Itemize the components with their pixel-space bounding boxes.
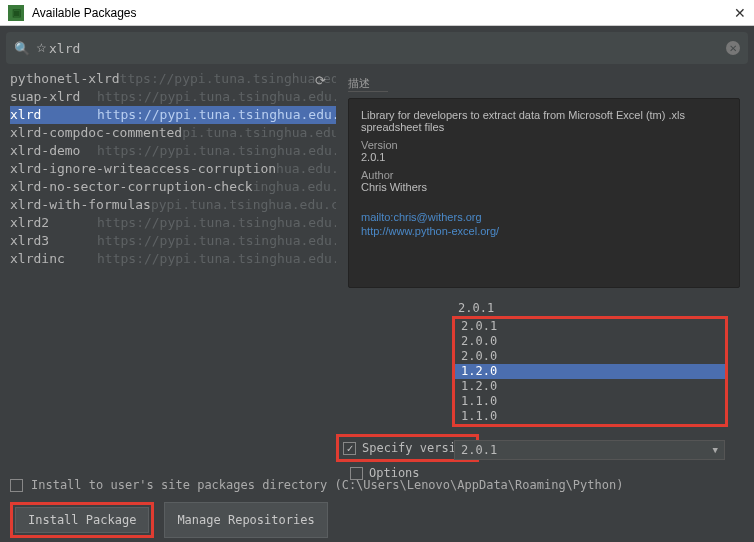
package-name: xlrd3 — [10, 232, 97, 250]
package-url: https://pypi.tuna.tsinghua.edu.cn/simple… — [97, 214, 336, 232]
package-row[interactable]: xlrd-demohttps://pypi.tuna.tsinghua.edu.… — [10, 142, 336, 160]
refresh-icon[interactable]: ⟳ — [310, 70, 330, 90]
package-row[interactable]: pythonetl-xlrdttps://pypi.tuna.tsinghua.… — [10, 70, 336, 88]
package-row[interactable]: xlrd2https://pypi.tuna.tsinghua.edu.cn/s… — [10, 214, 336, 232]
package-link[interactable]: mailto:chris@withers.org — [361, 211, 727, 223]
install-button-highlight: Install Package — [10, 502, 154, 538]
description-box: Library for developers to extract data f… — [348, 98, 740, 288]
package-name: suap-xlrd — [10, 88, 97, 106]
package-row[interactable]: xlrd-ignore-writeaccess-corruptionhua.ed… — [10, 160, 336, 178]
package-row[interactable]: xlrd-compdoc-commentedpi.tuna.tsinghua.e… — [10, 124, 336, 142]
package-name: xlrd2 — [10, 214, 97, 232]
package-name: xlrd-with-formulas — [10, 196, 151, 214]
app-icon: ▣ — [8, 5, 24, 21]
version-option[interactable]: 1.1.0 — [455, 409, 725, 424]
install-package-button[interactable]: Install Package — [15, 507, 149, 533]
version-option[interactable]: 2.0.1 — [452, 301, 728, 316]
package-url: hua.edu.cn/simple/ — [276, 160, 336, 178]
package-name: xlrdinc — [10, 250, 97, 268]
footer: Install to user's site packages director… — [0, 478, 754, 542]
package-url: https://pypi.tuna.tsinghua.edu.cn/simple… — [97, 142, 336, 160]
package-url: https://pypi.tuna.tsinghua.edu.cn/simple… — [97, 232, 336, 250]
install-user-checkbox[interactable] — [10, 479, 23, 492]
package-name: xlrd-compdoc-commented — [10, 124, 182, 142]
package-name: pythonetl-xlrd — [10, 70, 120, 88]
version-label: Version — [361, 139, 727, 151]
install-user-row: Install to user's site packages director… — [10, 478, 744, 492]
version-option[interactable]: 2.0.0 — [455, 349, 725, 364]
version-select[interactable]: 2.0.1 ▼ — [454, 440, 725, 460]
close-icon[interactable]: ✕ — [734, 5, 746, 21]
version-option[interactable]: 1.2.0 — [455, 379, 725, 394]
package-row[interactable]: xlrdhttps://pypi.tuna.tsinghua.edu.cn/si… — [10, 106, 336, 124]
chevron-down-icon: ▼ — [713, 445, 718, 455]
package-url: ttps://pypi.tuna.tsinghua.edu.cn/simple/ — [120, 70, 336, 88]
package-row[interactable]: suap-xlrdhttps://pypi.tuna.tsinghua.edu.… — [10, 88, 336, 106]
version-option[interactable]: 1.1.0 — [455, 394, 725, 409]
package-url: inghua.edu.cn/simple/ — [253, 178, 336, 196]
package-row[interactable]: xlrd-with-formulaspypi.tuna.tsinghua.edu… — [10, 196, 336, 214]
package-summary: Library for developers to extract data f… — [361, 109, 727, 133]
manage-repositories-button[interactable]: Manage Repositories — [164, 502, 327, 538]
author-label: Author — [361, 169, 727, 181]
package-row[interactable]: xlrdinchttps://pypi.tuna.tsinghua.edu.cn… — [10, 250, 336, 268]
titlebar: ▣ Available Packages ✕ — [0, 0, 754, 26]
version-dropdown-list[interactable]: 2.0.12.0.02.0.01.2.01.2.01.1.01.1.0 — [452, 316, 728, 427]
specify-version-checkbox[interactable] — [343, 442, 356, 455]
package-url: pi.tuna.tsinghua.edu.cn/simple/ — [182, 124, 336, 142]
install-user-label: Install to user's site packages director… — [31, 478, 623, 492]
package-author: Chris Withers — [361, 181, 727, 193]
package-version: 2.0.1 — [361, 151, 727, 163]
version-option[interactable]: 2.0.0 — [455, 334, 725, 349]
description-header: 描述 — [348, 76, 388, 92]
version-select-value: 2.0.1 — [461, 443, 497, 457]
clear-search-icon[interactable]: ✕ — [726, 41, 740, 55]
details-pane: 描述 Library for developers to extract dat… — [336, 68, 754, 480]
package-url: https://pypi.tuna.tsinghua.edu.cn/simple… — [97, 250, 336, 268]
search-icon: 🔍 — [14, 41, 30, 56]
package-name: xlrd-demo — [10, 142, 97, 160]
package-name: xlrd — [10, 106, 97, 124]
version-option[interactable]: 1.2.0 — [455, 364, 725, 379]
package-list: ⟳ pythonetl-xlrdttps://pypi.tuna.tsinghu… — [0, 68, 336, 480]
package-name: xlrd-ignore-writeaccess-corruption — [10, 160, 276, 178]
search-row: 🔍 ☆ ✕ — [6, 32, 748, 64]
package-url: https://pypi.tuna.tsinghua.edu.cn/simple… — [97, 88, 336, 106]
search-prefix: ☆ — [36, 41, 47, 55]
window-title: Available Packages — [32, 6, 734, 20]
package-url: https://pypi.tuna.tsinghua.edu.cn/simple… — [97, 106, 336, 124]
version-dropdown-overflow: 2.0.1 — [452, 301, 728, 316]
package-url: pypi.tuna.tsinghua.edu.cn/simple/ — [151, 196, 336, 214]
package-row[interactable]: xlrd3https://pypi.tuna.tsinghua.edu.cn/s… — [10, 232, 336, 250]
package-name: xlrd-no-sector-corruption-check — [10, 178, 253, 196]
version-option[interactable]: 2.0.1 — [455, 319, 725, 334]
package-link[interactable]: http://www.python-excel.org/ — [361, 225, 727, 237]
package-row[interactable]: xlrd-no-sector-corruption-checkinghua.ed… — [10, 178, 336, 196]
search-input[interactable] — [49, 41, 726, 56]
